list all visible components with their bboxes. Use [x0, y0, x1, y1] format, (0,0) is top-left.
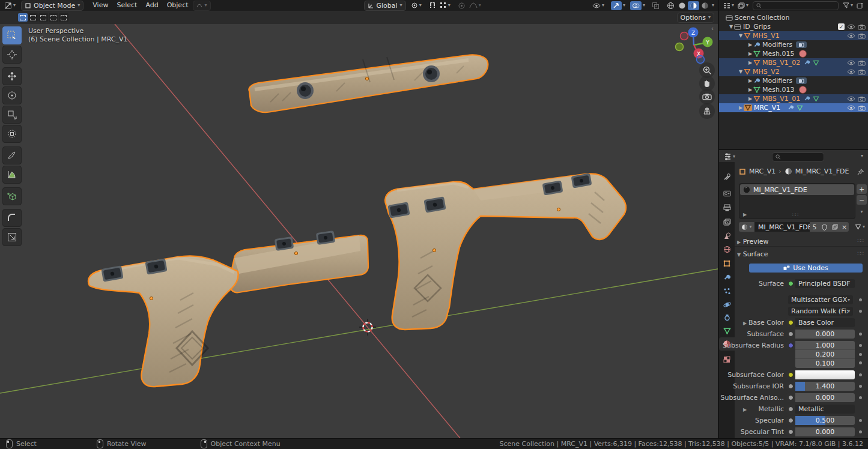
breadcrumb-material[interactable]: MI_MRC_V1_FDE [795, 167, 849, 175]
cursor-tool-button[interactable] [2, 46, 22, 64]
menu-select[interactable]: Select [112, 0, 141, 11]
show-object-types-dropdown[interactable]: ▾ [590, 1, 606, 10]
outliner-row-mesh-015[interactable]: ▶ Mesh.015 [719, 49, 868, 58]
decorator-dot[interactable] [859, 310, 862, 313]
hide-eye-icon[interactable] [847, 69, 855, 74]
tab-output[interactable] [719, 201, 735, 214]
select-mode-invert-button[interactable] [49, 13, 58, 22]
outliner-row-modifiers-1[interactable]: ▶ Modifiers [719, 40, 868, 49]
disable-render-camera-icon[interactable] [858, 33, 866, 39]
outliner-row-id-grips[interactable]: ▼ ID_Grips ✓ [719, 22, 868, 31]
shading-wireframe-button[interactable] [665, 1, 676, 10]
properties-editor-type-dropdown[interactable]: ▾ [722, 152, 737, 161]
disable-render-camera-icon[interactable] [858, 60, 866, 66]
expand-arrow-icon[interactable]: ▼ [728, 24, 734, 29]
ortho-grid-button[interactable] [699, 103, 715, 119]
new-collection-button[interactable] [855, 1, 866, 10]
remove-material-slot-button[interactable]: − [857, 195, 867, 205]
decorator-dot[interactable] [859, 353, 862, 356]
list-expand-arrow[interactable]: ▶ [743, 212, 747, 217]
expand-arrow-icon[interactable]: ▶ [747, 60, 753, 65]
select-mode-extend-button[interactable] [28, 13, 38, 22]
distribution-dropdown[interactable]: Multiscatter GGX▾ [788, 295, 853, 304]
move-tool-button[interactable] [2, 67, 22, 85]
properties-options-dropdown[interactable]: ▾ [861, 154, 863, 158]
outliner-row-mbs-v1-01[interactable]: ▶ MBS_V1_01 [719, 94, 868, 103]
outliner-filter-type-dropdown[interactable]: ▾ [736, 1, 750, 10]
mode-dropdown[interactable]: Object Mode ▾ [21, 1, 83, 11]
hide-eye-icon[interactable] [847, 24, 855, 29]
tab-view-layer[interactable] [719, 215, 735, 229]
xray-toggle[interactable] [650, 1, 661, 10]
camera-view-button[interactable] [699, 89, 715, 104]
disable-render-camera-icon[interactable] [858, 69, 866, 75]
expand-arrow-icon[interactable]: ▼ [738, 33, 744, 38]
proportional-falloff-dropdown[interactable]: ▾ [467, 1, 483, 10]
object-rail-cover[interactable] [249, 55, 488, 113]
disable-render-camera-icon[interactable] [858, 105, 866, 111]
tool-options-dropdown[interactable]: ▾ [193, 1, 211, 11]
tab-render[interactable] [719, 187, 735, 200]
3d-viewport[interactable]: User Perspective (6) Scene Collection | … [0, 24, 718, 438]
subsurface-slider[interactable]: 0.000 [795, 330, 855, 339]
extra-tool-2-button[interactable] [2, 228, 22, 246]
metallic-field[interactable]: Metallic [795, 405, 855, 414]
show-overlays-toggle[interactable] [630, 1, 642, 10]
sss-method-dropdown[interactable]: Random Walk (Fixed R...▾ [788, 307, 853, 316]
decorator-dot[interactable] [859, 396, 862, 399]
expand-arrow-icon[interactable]: ▶ [747, 42, 753, 47]
editor-type-dropdown[interactable]: ▾ [2, 1, 17, 10]
rotate-tool-button[interactable] [2, 86, 22, 104]
expand-arrow-icon[interactable]: ▶ [747, 78, 753, 83]
disable-render-camera-icon[interactable] [858, 96, 866, 102]
material-slot-specials-dropdown[interactable]: ▾ [857, 207, 867, 217]
proportional-editing-toggle[interactable] [456, 1, 467, 10]
surface-shader-field[interactable]: Principled BSDF [795, 279, 855, 288]
decorator-dot[interactable] [859, 385, 862, 388]
breadcrumb-object[interactable]: MRC_V1 [749, 167, 775, 175]
fake-user-shield-button[interactable] [819, 222, 830, 232]
select-box-tool-button[interactable] [2, 26, 22, 44]
decorator-dot[interactable] [859, 344, 862, 347]
options-dropdown[interactable]: Options ▾ [677, 13, 714, 23]
object-grip-left[interactable] [88, 256, 238, 387]
snap-toggle[interactable] [427, 1, 438, 10]
decorator-dot[interactable] [859, 298, 862, 301]
gizmo-neg-x-axis[interactable] [681, 32, 688, 40]
add-material-slot-button[interactable]: + [857, 184, 867, 194]
radius-x-field[interactable]: 1.000 [795, 341, 855, 350]
select-mode-subtract-button[interactable] [38, 13, 48, 22]
object-rail-mbs[interactable] [229, 231, 368, 292]
shading-material-button[interactable] [688, 1, 699, 10]
decorator-dot[interactable] [859, 361, 862, 364]
decorator-dot[interactable] [859, 430, 862, 433]
overlays-dropdown[interactable]: ▾ [643, 3, 645, 8]
outliner-row-mesh-013[interactable]: ▶ Mesh.013 [719, 85, 868, 94]
expand-arrow-icon[interactable]: ▶ [738, 105, 744, 110]
expand-arrow-icon[interactable]: ▶ [747, 51, 753, 56]
select-mode-intersect-button[interactable] [59, 13, 68, 22]
hide-eye-icon[interactable] [847, 60, 855, 65]
exclude-checkbox[interactable]: ✓ [838, 23, 845, 30]
users-count-button[interactable]: 5 [810, 222, 819, 232]
add-cube-tool-button[interactable] [2, 187, 22, 205]
radius-y-field[interactable]: 0.200 [795, 350, 855, 359]
gizmo-dropdown[interactable]: ▾ [623, 3, 625, 8]
panel-drag-grip[interactable]: ∷∷ [858, 238, 863, 244]
outliner-row-mbs-v1-02[interactable]: ▶ MBS_V1_02 [719, 58, 868, 67]
gizmo-neg-y-axis[interactable] [676, 43, 684, 51]
outliner-row-mhs-v2[interactable]: ▼ MHS_V2 [719, 67, 868, 76]
specular-tint-slider[interactable]: 0.000 [795, 427, 855, 436]
menu-object[interactable]: Object [163, 0, 193, 11]
show-gizmo-toggle[interactable] [611, 1, 622, 10]
base-color-field[interactable]: Base Color [795, 318, 855, 327]
outliner-search-input[interactable] [753, 1, 839, 10]
gizmo-neg-z-axis[interactable] [697, 56, 705, 64]
expand-arrow-icon[interactable]: ▶ [747, 87, 753, 92]
tab-physics[interactable] [719, 298, 735, 311]
material-slot-item[interactable]: MI_MRC_V1_FDE [740, 184, 854, 195]
tab-texture[interactable] [719, 353, 735, 366]
menu-view[interactable]: View [88, 0, 112, 11]
outliner-row-mrc-v1[interactable]: ▶ MRC_V1 [719, 103, 868, 112]
outliner-filter-dropdown[interactable]: ▾ [841, 1, 855, 10]
